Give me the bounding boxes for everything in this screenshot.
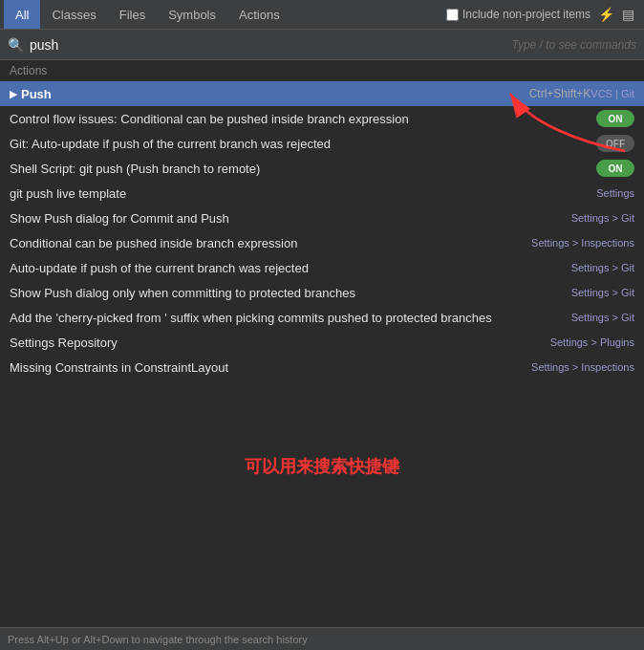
item-name-4: git push live template bbox=[10, 186, 596, 201]
result-item-7[interactable]: Auto-update if push of the current branc… bbox=[0, 255, 644, 280]
result-item-10[interactable]: Settings Repository Settings > Plugins bbox=[0, 330, 644, 355]
tab-bar: All Classes Files Symbols Actions Includ… bbox=[0, 0, 644, 30]
item-tag-5: Settings > Git bbox=[571, 212, 634, 224]
item-tag-10: Settings > Plugins bbox=[550, 336, 634, 348]
item-tag-9: Settings > Git bbox=[571, 312, 634, 323]
result-item-2[interactable]: Git: Auto-update if push of the current … bbox=[0, 131, 644, 156]
item-name-push: Push bbox=[21, 87, 522, 101]
status-bar: Press Alt+Up or Alt+Down to navigate thr… bbox=[0, 627, 644, 650]
item-arrow: ▶ bbox=[10, 88, 17, 100]
result-item-11[interactable]: Missing Constraints in ConstraintLayout … bbox=[0, 355, 644, 379]
include-non-project-label[interactable]: Include non-project items bbox=[446, 8, 590, 21]
layout-icon[interactable]: ▤ bbox=[622, 7, 634, 22]
item-name-7: Auto-update if push of the current branc… bbox=[10, 261, 571, 275]
include-non-project-checkbox[interactable] bbox=[446, 9, 459, 21]
item-tag-8: Settings > Git bbox=[571, 287, 634, 298]
tab-right-controls: Include non-project items ⚡ ▤ bbox=[446, 7, 640, 22]
result-item-push[interactable]: ▶ Push Ctrl+Shift+K VCS | Git bbox=[0, 81, 644, 106]
result-item-5[interactable]: Show Push dialog for Commit and Push Set… bbox=[0, 206, 644, 230]
result-item-8[interactable]: Show Push dialog only when committing to… bbox=[0, 280, 644, 305]
item-name-6: Conditional can be pushed inside branch … bbox=[10, 236, 531, 250]
search-input[interactable] bbox=[30, 37, 512, 53]
search-bar: 🔍 Type / to see commands bbox=[0, 30, 644, 60]
item-name-3: Shell Script: git push (Push branch to r… bbox=[10, 162, 589, 176]
result-item-3[interactable]: Shell Script: git push (Push branch to r… bbox=[0, 156, 644, 181]
item-tag-4: Settings bbox=[596, 187, 634, 199]
item-name-1: Control flow issues: Conditional can be … bbox=[10, 112, 589, 126]
result-list: ▶ Push Ctrl+Shift+K VCS | Git Control fl… bbox=[0, 81, 644, 379]
tab-symbols[interactable]: Symbols bbox=[157, 0, 227, 29]
toggle-on-1[interactable]: ON bbox=[596, 110, 634, 127]
item-name-2: Git: Auto-update if push of the current … bbox=[10, 137, 589, 151]
item-name-8: Show Push dialog only when committing to… bbox=[10, 286, 571, 300]
item-shortcut-push: Ctrl+Shift+K bbox=[529, 87, 591, 100]
result-item-1[interactable]: Control flow issues: Conditional can be … bbox=[0, 106, 644, 131]
search-icon: 🔍 bbox=[8, 37, 24, 53]
tab-actions[interactable]: Actions bbox=[227, 0, 291, 29]
include-label-text: Include non-project items bbox=[462, 8, 590, 21]
item-name-5: Show Push dialog for Commit and Push bbox=[10, 211, 571, 226]
toggle-off-2[interactable]: OFF bbox=[596, 135, 634, 152]
item-tag-7: Settings > Git bbox=[571, 262, 634, 273]
item-tag-11: Settings > Inspections bbox=[531, 361, 634, 373]
tab-files[interactable]: Files bbox=[108, 0, 157, 29]
result-item-9[interactable]: Add the 'cherry-picked from ' suffix whe… bbox=[0, 305, 644, 330]
vcs-badge: VCS | Git bbox=[590, 88, 634, 99]
search-hint: Type / to see commands bbox=[512, 38, 637, 52]
status-text: Press Alt+Up or Alt+Down to navigate thr… bbox=[8, 634, 308, 645]
chinese-annotation: 可以用来搜索快捷键 bbox=[245, 455, 399, 478]
item-name-9: Add the 'cherry-picked from ' suffix whe… bbox=[10, 311, 571, 325]
tab-classes[interactable]: Classes bbox=[40, 0, 107, 29]
result-item-6[interactable]: Conditional can be pushed inside branch … bbox=[0, 230, 644, 255]
section-header: Actions bbox=[0, 60, 644, 81]
item-name-10: Settings Repository bbox=[10, 336, 550, 350]
filter-icon[interactable]: ⚡ bbox=[598, 7, 614, 22]
item-tag-6: Settings > Inspections bbox=[531, 237, 634, 249]
result-item-4[interactable]: git push live template Settings bbox=[0, 181, 644, 206]
tab-all[interactable]: All bbox=[4, 0, 40, 29]
item-name-11: Missing Constraints in ConstraintLayout bbox=[10, 360, 531, 375]
toggle-on-3[interactable]: ON bbox=[596, 160, 634, 177]
